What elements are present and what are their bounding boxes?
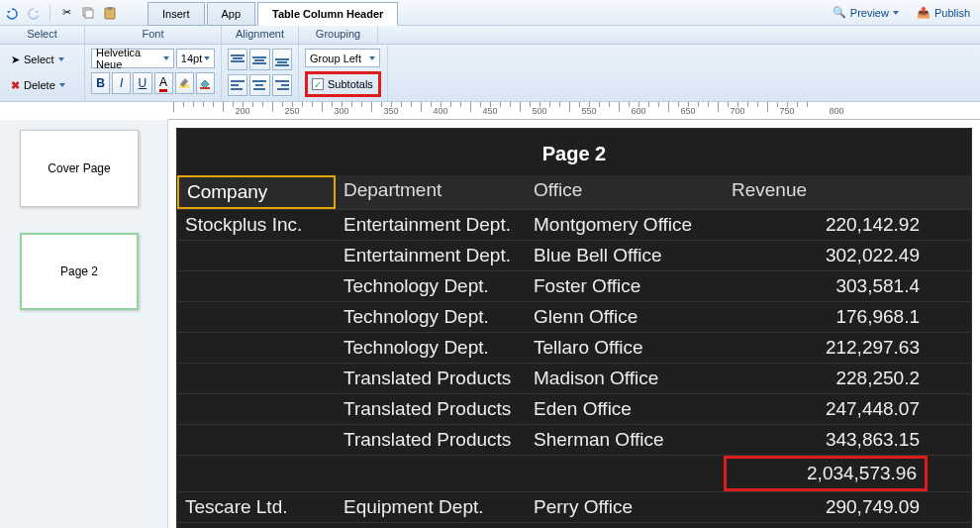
col-header-company[interactable]: Company [177,175,336,209]
tab-table-column-header[interactable]: Table Column Header [257,2,398,26]
group-header-grouping: Grouping [299,26,378,44]
svg-rect-5 [200,87,210,89]
col-header-department[interactable]: Department [336,175,526,209]
highlight-button[interactable] [175,72,194,94]
cell-revenue: 303,581.4 [724,271,928,301]
cell-revenue: 343,863.15 [724,425,928,455]
ruler-label: 650 [680,106,695,116]
ruler-label: 700 [730,106,744,116]
thumb-cover-page[interactable]: Cover Page [20,130,139,207]
cell-department: Translated Products [336,425,526,455]
cell-company [177,241,336,270]
horizontal-ruler: 200250300350400450500550600650700750800 [168,102,980,120]
cell-department: Equipment Dept. [336,492,526,522]
align-bottom-button[interactable] [272,49,292,70]
subtotals-checkbox[interactable]: ✓ [312,78,324,90]
ruler-label: 350 [383,106,398,116]
subtotals-label: Subtotals [328,78,373,90]
page-title: Page 2 [177,129,971,175]
group-header-select: Select [0,26,85,44]
col-header-office[interactable]: Office [526,175,724,209]
delete-button[interactable]: ✖ Delete [6,74,78,96]
ruler-label: 800 [829,106,843,116]
chevron-down-icon [893,11,899,15]
cut-icon[interactable]: ✂ [58,5,74,21]
paste-icon[interactable] [102,5,118,21]
align-middle-button[interactable] [249,49,269,70]
tab-insert[interactable]: Insert [147,2,205,26]
cell-company [177,271,336,301]
report-page: Page 2 Company Department Office Revenue… [176,128,972,528]
ruler-label: 500 [532,106,546,116]
tab-app[interactable]: App [207,2,256,26]
table-header-row: Company Department Office Revenue [177,175,971,209]
subtotal-row: 2,034,573.96 [177,455,971,491]
chevron-down-icon [59,83,65,87]
cell-department: Technology Dept. [336,333,526,363]
preview-button[interactable]: 🔍 Preview [827,4,905,21]
subtotal-row: 2,016,937.92 [177,522,971,528]
cell-revenue: 176,968.1 [724,302,928,332]
svg-rect-3 [108,7,112,10]
align-right-button[interactable] [272,74,292,96]
ruler-label: 600 [631,106,645,116]
cell-revenue: 220,142.92 [724,210,928,240]
undo-icon[interactable] [4,5,20,21]
col-header-revenue[interactable]: Revenue [724,175,928,209]
cell-department: Technology Dept. [336,302,526,332]
table-row: Entertainment Dept.Blue Bell Office302,0… [177,240,971,270]
ruler-label: 450 [482,106,497,116]
font-size-value: 14pt [181,53,202,64]
align-center-button[interactable] [249,74,269,96]
cell-revenue: 290,749.09 [724,492,928,522]
group-mode-value: Group Left [310,53,361,64]
ruler-label: 750 [779,106,794,116]
cell-office: Madison Office [526,364,724,393]
bold-button[interactable]: B [91,72,110,94]
page-thumbnails: Cover Page Page 2 [0,120,168,528]
cell-office: Eden Office [526,394,724,424]
table-row: Technology Dept.Tellaro Office212,297.63 [177,332,971,363]
publish-button[interactable]: 📤 Publish [911,4,976,21]
preview-label: Preview [850,7,889,19]
cell-office: Sherman Office [526,425,724,455]
select-button[interactable]: ➤ Select [6,49,78,70]
thumb-page-2[interactable]: Page 2 [20,233,139,310]
cell-department: Entertainment Dept. [336,241,526,270]
italic-button[interactable]: I [112,72,131,94]
delete-icon: ✖ [11,79,20,92]
group-mode-select[interactable]: Group Left [305,49,380,67]
cell-company [177,425,336,455]
table-row: Translated ProductsMadison Office228,250… [177,363,971,393]
cell-company: Tescare Ltd. [177,492,336,522]
cell-revenue: 302,022.49 [724,241,928,270]
cursor-icon: ➤ [11,53,20,66]
fill-color-button[interactable] [196,72,215,94]
font-color-button[interactable]: A [154,72,173,94]
align-left-button[interactable] [228,74,247,96]
ruler-label: 200 [235,106,249,116]
subtotal-value: 2,034,573.96 [724,456,928,491]
table-row: Stockplus Inc.Entertainment Dept.Montgom… [177,209,971,240]
group-header-alignment: Alignment [222,26,299,44]
svg-rect-1 [85,10,93,18]
delete-label: Delete [24,79,55,91]
copy-icon[interactable] [80,5,96,21]
cell-office: Tellaro Office [526,333,724,363]
cell-company [177,333,336,363]
cell-company: Stockplus Inc. [177,210,336,240]
font-family-value: Helvetica Neue [96,47,163,70]
font-size-select[interactable]: 14pt [176,49,215,68]
ruler-label: 550 [581,106,596,116]
table-row: Tescare Ltd.Equipment Dept.Perry Office2… [177,491,971,522]
align-top-button[interactable] [228,49,247,70]
table-row: Translated ProductsSherman Office343,863… [177,424,971,455]
redo-icon[interactable] [26,5,42,21]
cell-office: Perry Office [526,492,724,522]
cell-department: Entertainment Dept. [336,210,526,240]
underline-button[interactable]: U [133,72,151,94]
font-family-select[interactable]: Helvetica Neue [91,49,174,68]
table-row: Technology Dept.Foster Office303,581.4 [177,270,971,301]
cell-company [177,394,336,424]
subtotal-value: 2,016,937.92 [724,523,928,528]
